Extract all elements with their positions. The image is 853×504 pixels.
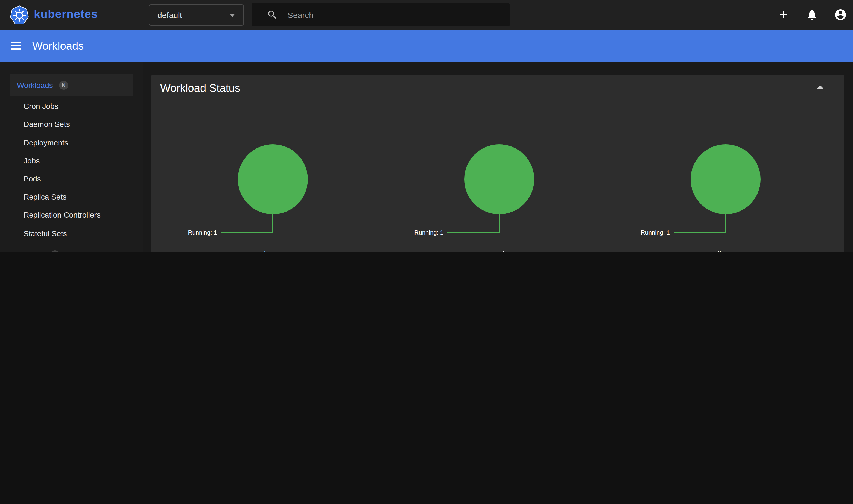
plus-icon: + bbox=[779, 8, 788, 22]
search-bar[interactable]: Search bbox=[251, 3, 510, 26]
pie-slice-running bbox=[691, 144, 761, 214]
pie-slice-running bbox=[238, 144, 308, 214]
chevron-up-icon[interactable] bbox=[816, 85, 824, 89]
sidebar-item-daemon-sets[interactable]: Daemon Sets bbox=[0, 118, 143, 130]
workload-status-card: Workload Status Running: 1 Deployments R… bbox=[152, 75, 844, 252]
sidebar-item-replication-controllers[interactable]: Replication Controllers bbox=[0, 209, 143, 221]
sidebar-item-workloads[interactable]: Workloads N bbox=[10, 74, 133, 96]
pie-caption: Deployments bbox=[218, 250, 327, 252]
pie-callout-label: Running: 1 bbox=[414, 229, 443, 236]
brand-title: kubernetes bbox=[34, 8, 98, 21]
n-badge: N bbox=[50, 250, 59, 252]
sidebar-item-pods[interactable]: Pods bbox=[0, 173, 143, 185]
callout-line bbox=[272, 214, 273, 233]
avatar-icon bbox=[834, 8, 847, 21]
pie-slice-running bbox=[464, 144, 534, 214]
sidebar-section-service: Service N bbox=[0, 249, 143, 252]
bell-icon bbox=[806, 9, 818, 21]
kubernetes-logo-icon[interactable] bbox=[10, 5, 29, 24]
create-resource-button[interactable]: + bbox=[777, 8, 791, 22]
callout-line bbox=[499, 214, 500, 233]
page-title: Workloads bbox=[32, 40, 84, 53]
pie-callout-label: Running: 1 bbox=[188, 229, 217, 236]
notifications-button[interactable] bbox=[805, 8, 819, 22]
card-title: Workload Status bbox=[160, 82, 240, 94]
sidebar-item-stateful-sets[interactable]: Stateful Sets bbox=[0, 228, 143, 239]
top-bar: kubernetes default Search + bbox=[0, 0, 853, 30]
sidebar: Workloads N Cron Jobs Daemon Sets Deploy… bbox=[0, 62, 143, 252]
pie-caption: Pods bbox=[445, 250, 554, 252]
sidebar-item-deployments[interactable]: Deployments bbox=[0, 137, 143, 149]
app-bar: Workloads bbox=[0, 30, 853, 62]
callout-line bbox=[725, 214, 726, 233]
n-badge: N bbox=[59, 80, 68, 89]
sidebar-item-jobs[interactable]: Jobs bbox=[0, 155, 143, 167]
search-input[interactable]: Search bbox=[288, 10, 314, 19]
sidebar-item-replica-sets[interactable]: Replica Sets bbox=[0, 191, 143, 203]
callout-line bbox=[447, 232, 499, 233]
menu-icon[interactable] bbox=[11, 41, 21, 50]
callout-line bbox=[674, 232, 726, 233]
callout-line bbox=[221, 232, 273, 233]
account-button[interactable] bbox=[833, 8, 848, 22]
search-icon bbox=[267, 9, 278, 20]
sidebar-item-cron-jobs[interactable]: Cron Jobs bbox=[0, 100, 143, 112]
namespace-select[interactable]: default bbox=[149, 4, 244, 26]
namespace-value: default bbox=[158, 11, 182, 20]
pie-caption: Replica Sets bbox=[671, 250, 780, 252]
pie-callout-label: Running: 1 bbox=[641, 229, 670, 236]
kubernetes-dashboard: kubernetes default Search + Worklo bbox=[0, 0, 853, 252]
chevron-down-icon bbox=[230, 14, 235, 17]
